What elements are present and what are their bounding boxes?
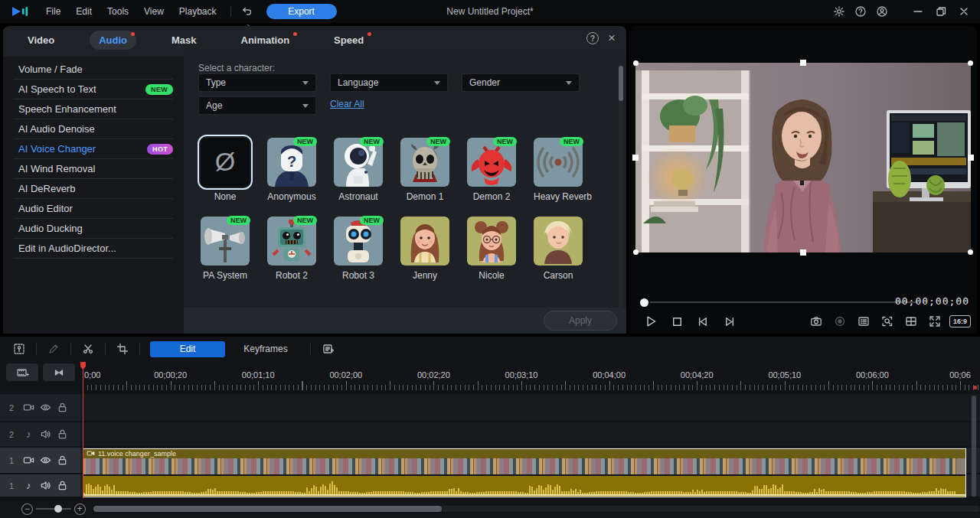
speaker-icon[interactable] bbox=[37, 428, 54, 440]
character-heavy-reverb[interactable]: NEW bbox=[534, 138, 583, 187]
play-button[interactable] bbox=[642, 312, 660, 331]
character-astronaut[interactable]: NEW bbox=[334, 138, 383, 187]
record-button[interactable] bbox=[831, 312, 849, 331]
marker-button[interactable] bbox=[43, 363, 75, 381]
character-robot-2[interactable]: NEW bbox=[267, 217, 316, 266]
prevframe-button[interactable] bbox=[694, 312, 712, 331]
seek-handle[interactable] bbox=[640, 298, 648, 307]
sidebar-item-audio-ducking[interactable]: Audio Ducking bbox=[14, 219, 173, 239]
selection-handle-bottom-right[interactable] bbox=[968, 249, 973, 255]
zoom-in-button[interactable]: + bbox=[74, 503, 86, 515]
timeline-clip[interactable]: 11.voice changer_sample bbox=[83, 448, 966, 497]
menu-edit[interactable]: Edit bbox=[68, 6, 100, 17]
sidebar-item-ai-audio-denoise[interactable]: AI Audio Denoise bbox=[14, 119, 173, 139]
details-button[interactable] bbox=[854, 312, 873, 331]
aspect-ratio-button[interactable]: 16:9 bbox=[949, 315, 971, 327]
sidebar-item-ai-wind-removal[interactable]: AI Wind Removal bbox=[14, 159, 173, 179]
keyframe-panel-icon[interactable] bbox=[318, 340, 338, 357]
restore-icon[interactable] bbox=[931, 3, 951, 20]
timeline-horizontal-scrollbar[interactable] bbox=[93, 506, 980, 512]
eye-icon[interactable] bbox=[37, 402, 54, 413]
character-jenny[interactable] bbox=[400, 217, 449, 266]
selection-handle-top[interactable] bbox=[800, 60, 806, 66]
audio-track-icon[interactable]: ♪ bbox=[20, 429, 37, 439]
timeline-zoom-slider[interactable] bbox=[36, 508, 71, 510]
track-manager-tool-icon[interactable] bbox=[9, 340, 29, 357]
tab-animation[interactable]: Animation bbox=[232, 31, 299, 50]
sidebar-item-edit-in-audiodirector[interactable]: Edit in AudioDirector... bbox=[14, 239, 173, 259]
apply-button[interactable]: Apply bbox=[544, 311, 617, 331]
multiview-button[interactable] bbox=[902, 312, 920, 331]
snapshot-button[interactable] bbox=[807, 312, 825, 331]
close-icon[interactable] bbox=[954, 3, 974, 20]
speaker-icon[interactable] bbox=[37, 480, 54, 491]
character-anonymous[interactable]: ? NEW bbox=[267, 138, 316, 187]
crop-tool-icon[interactable] bbox=[113, 340, 132, 357]
lock-icon[interactable] bbox=[54, 402, 71, 413]
sidebar-item-volume-fade[interactable]: Volume / Fade bbox=[14, 60, 173, 80]
playhead[interactable] bbox=[83, 362, 83, 498]
selection-handle-left[interactable] bbox=[632, 155, 639, 161]
character-none[interactable]: Ø bbox=[201, 138, 250, 187]
selection-handle-bottom[interactable] bbox=[800, 249, 806, 256]
sidebar-item-ai-speech-to-text[interactable]: AI Speech to Text NEW bbox=[14, 80, 173, 99]
track-lane[interactable] bbox=[80, 422, 980, 446]
tab-speed[interactable]: Speed bbox=[325, 31, 373, 50]
filter-dropdown-language[interactable]: Language bbox=[330, 73, 448, 92]
character-demon-2[interactable]: NEW bbox=[467, 138, 516, 187]
edit-mode-button[interactable]: Edit bbox=[150, 341, 225, 357]
selection-handle-top-right[interactable] bbox=[968, 60, 973, 66]
selection-handle-top-left[interactable] bbox=[633, 60, 639, 66]
clear-all-link[interactable]: Clear All bbox=[330, 99, 364, 109]
video-track-icon[interactable] bbox=[20, 402, 37, 413]
zoom-slider-handle[interactable] bbox=[54, 505, 62, 513]
export-button[interactable]: Export bbox=[266, 4, 337, 19]
seek-track[interactable] bbox=[650, 301, 918, 303]
account-icon[interactable] bbox=[873, 3, 891, 20]
tab-video[interactable]: Video bbox=[18, 31, 64, 50]
menu-file[interactable]: File bbox=[38, 6, 68, 17]
horizontal-scroll-thumb[interactable] bbox=[93, 506, 442, 512]
nextframe-button[interactable] bbox=[720, 312, 738, 331]
fullscreen-button[interactable] bbox=[926, 312, 944, 331]
lock-icon[interactable] bbox=[54, 480, 71, 491]
character-demon-1[interactable]: NEW bbox=[400, 138, 449, 187]
eye-icon[interactable] bbox=[37, 454, 54, 466]
video-preview[interactable] bbox=[635, 63, 971, 252]
undo-icon[interactable] bbox=[237, 3, 256, 20]
pen-tool-icon[interactable] bbox=[44, 340, 64, 357]
content-scrollbar[interactable] bbox=[619, 66, 623, 318]
lock-icon[interactable] bbox=[54, 428, 71, 440]
track-lane[interactable] bbox=[80, 394, 980, 421]
sidebar-item-speech-enhancement[interactable]: Speech Enhancement bbox=[14, 99, 173, 119]
menu-view[interactable]: View bbox=[136, 6, 172, 17]
zoomsel-button[interactable] bbox=[878, 312, 897, 331]
filter-dropdown-gender[interactable]: Gender bbox=[462, 73, 580, 92]
audio-track-icon[interactable]: ♪ bbox=[20, 481, 37, 490]
character-carson[interactable] bbox=[534, 217, 583, 266]
tab-audio[interactable]: Audio bbox=[90, 31, 136, 50]
keyframes-button[interactable]: Keyframes bbox=[228, 341, 303, 357]
character-pa-system[interactable]: NEW bbox=[201, 217, 250, 266]
menu-tools[interactable]: Tools bbox=[100, 6, 136, 17]
selection-handle-right[interactable] bbox=[968, 155, 974, 161]
sidebar-item-audio-editor[interactable]: Audio Editor bbox=[14, 199, 173, 219]
help-icon[interactable] bbox=[851, 3, 870, 20]
menu-playback[interactable]: Playback bbox=[172, 6, 224, 17]
character-nicole[interactable] bbox=[467, 217, 516, 266]
sidebar-item-ai-voice-changer[interactable]: AI Voice Changer HOT bbox=[14, 139, 173, 159]
scissors-tool-icon[interactable] bbox=[78, 340, 98, 357]
timeline-vertical-scrollbar[interactable] bbox=[972, 396, 976, 497]
minimize-icon[interactable] bbox=[908, 3, 928, 20]
zoom-out-button[interactable]: − bbox=[21, 503, 33, 515]
lock-icon[interactable] bbox=[54, 454, 71, 466]
panel-help-icon[interactable]: ? bbox=[586, 32, 599, 44]
settings-icon[interactable] bbox=[830, 3, 848, 20]
add-track-button[interactable] bbox=[6, 363, 38, 381]
stop-button[interactable] bbox=[668, 312, 686, 331]
selection-handle-bottom-left[interactable] bbox=[633, 249, 639, 255]
filter-dropdown-type[interactable]: Type bbox=[198, 73, 316, 92]
panel-close-icon[interactable]: × bbox=[608, 33, 616, 44]
filter-dropdown-age[interactable]: Age bbox=[198, 96, 316, 115]
character-robot-3[interactable]: NEW bbox=[334, 217, 383, 266]
